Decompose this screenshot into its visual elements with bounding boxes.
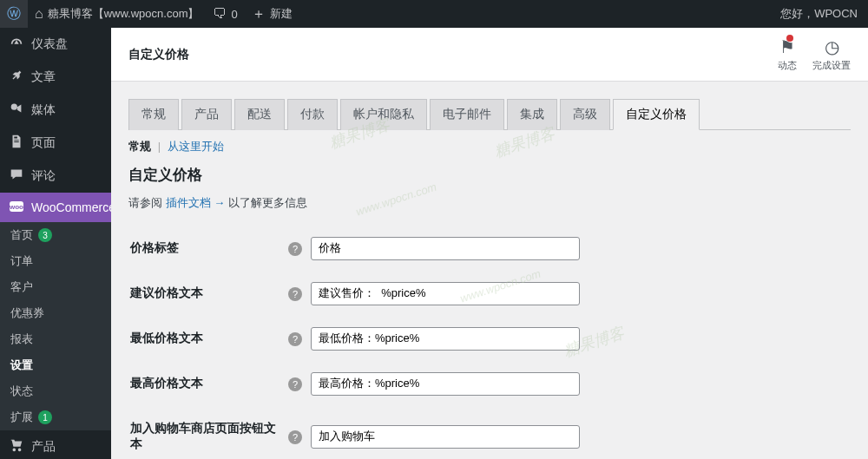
comment-icon: 🗨 <box>213 6 227 22</box>
plus-icon: ＋ <box>252 5 266 23</box>
new-content[interactable]: ＋新建 <box>245 0 299 28</box>
new-label: 新建 <box>270 6 293 22</box>
site-name: 糖果博客【www.wpocn.com】 <box>48 6 200 22</box>
greeting: 您好，WPOCN <box>780 6 858 22</box>
site-name-link[interactable]: ⌂糖果博客【www.wpocn.com】 <box>28 0 206 28</box>
wordpress-icon: ⓦ <box>7 5 21 23</box>
comments-count: 0 <box>231 8 237 21</box>
my-account[interactable]: 您好，WPOCN <box>770 0 868 28</box>
comments-link[interactable]: 🗨0 <box>206 0 244 28</box>
admin-toolbar: ⓦ ⌂糖果博客【www.wpocn.com】 🗨0 ＋新建 您好，WPOCN <box>0 0 868 28</box>
home-icon: ⌂ <box>35 6 43 22</box>
wp-logo[interactable]: ⓦ <box>0 0 28 28</box>
